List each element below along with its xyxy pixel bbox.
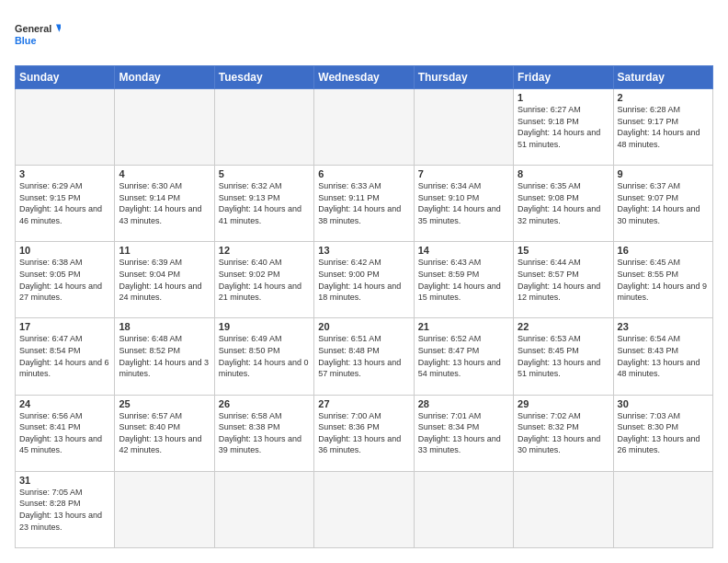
calendar-day-cell: 31Sunrise: 7:05 AM Sunset: 8:28 PM Dayli… [16,471,115,547]
day-info: Sunrise: 6:28 AM Sunset: 9:17 PM Dayligh… [618,104,709,150]
calendar-day-cell: 4Sunrise: 6:30 AM Sunset: 9:14 PM Daylig… [115,166,214,242]
day-number: 2 [618,92,709,103]
day-number: 3 [19,168,110,179]
day-info: Sunrise: 6:52 AM Sunset: 8:47 PM Dayligh… [418,333,509,379]
calendar-day-cell [115,471,214,547]
day-number: 25 [119,398,210,409]
day-info: Sunrise: 6:43 AM Sunset: 8:59 PM Dayligh… [418,257,509,303]
calendar-day-cell: 17Sunrise: 6:47 AM Sunset: 8:54 PM Dayli… [16,318,115,395]
calendar-header-cell: Friday [514,66,613,89]
calendar-day-cell: 2Sunrise: 6:28 AM Sunset: 9:17 PM Daylig… [613,89,712,166]
day-number: 29 [518,398,609,409]
calendar-day-cell: 7Sunrise: 6:34 AM Sunset: 9:10 PM Daylig… [414,166,513,242]
day-info: Sunrise: 6:35 AM Sunset: 9:08 PM Dayligh… [518,180,609,226]
calendar-day-cell [514,471,613,547]
day-info: Sunrise: 6:37 AM Sunset: 9:07 PM Dayligh… [618,180,709,226]
day-number: 9 [618,168,709,179]
calendar-day-cell: 6Sunrise: 6:33 AM Sunset: 9:11 PM Daylig… [314,166,414,242]
day-number: 18 [119,321,210,332]
day-info: Sunrise: 6:53 AM Sunset: 8:45 PM Dayligh… [518,333,609,379]
calendar-day-cell [314,471,414,547]
calendar-day-cell: 21Sunrise: 6:52 AM Sunset: 8:47 PM Dayli… [414,318,513,395]
calendar-day-cell: 28Sunrise: 7:01 AM Sunset: 8:34 PM Dayli… [414,395,513,471]
calendar-day-cell [115,89,214,166]
day-number: 31 [19,475,110,486]
calendar-day-cell: 12Sunrise: 6:40 AM Sunset: 9:02 PM Dayli… [214,242,313,318]
calendar-week-row: 1Sunrise: 6:27 AM Sunset: 9:18 PM Daylig… [16,89,713,166]
calendar-day-cell: 25Sunrise: 6:57 AM Sunset: 8:40 PM Dayli… [115,395,214,471]
day-info: Sunrise: 7:02 AM Sunset: 8:32 PM Dayligh… [518,410,609,456]
calendar-header-cell: Monday [115,66,214,89]
svg-marker-2 [56,24,61,31]
calendar-day-cell: 29Sunrise: 7:02 AM Sunset: 8:32 PM Dayli… [514,395,613,471]
svg-text:General: General [15,23,51,34]
day-number: 27 [318,398,409,409]
day-number: 20 [318,321,409,332]
calendar-header-cell: Thursday [414,66,513,89]
day-info: Sunrise: 6:40 AM Sunset: 9:02 PM Dayligh… [219,257,310,303]
calendar-day-cell: 27Sunrise: 7:00 AM Sunset: 8:36 PM Dayli… [314,395,414,471]
calendar-day-cell: 16Sunrise: 6:45 AM Sunset: 8:55 PM Dayli… [613,242,712,318]
day-number: 17 [19,321,110,332]
header: General Blue [15,15,713,56]
calendar-header-cell: Tuesday [214,66,313,89]
calendar-day-cell [613,471,712,547]
day-info: Sunrise: 6:34 AM Sunset: 9:10 PM Dayligh… [418,180,509,226]
calendar-day-cell: 19Sunrise: 6:49 AM Sunset: 8:50 PM Dayli… [214,318,313,395]
day-info: Sunrise: 6:32 AM Sunset: 9:13 PM Dayligh… [219,180,310,226]
page: General Blue SundayMondayTuesdayWednesda… [0,0,728,563]
calendar-day-cell: 5Sunrise: 6:32 AM Sunset: 9:13 PM Daylig… [214,166,313,242]
day-info: Sunrise: 6:29 AM Sunset: 9:15 PM Dayligh… [19,180,110,226]
day-info: Sunrise: 6:38 AM Sunset: 9:05 PM Dayligh… [19,257,110,303]
calendar-day-cell: 13Sunrise: 6:42 AM Sunset: 9:00 PM Dayli… [314,242,414,318]
day-number: 5 [219,168,310,179]
day-number: 13 [318,245,409,256]
day-number: 14 [418,245,509,256]
day-info: Sunrise: 6:27 AM Sunset: 9:18 PM Dayligh… [518,104,609,150]
day-info: Sunrise: 6:58 AM Sunset: 8:38 PM Dayligh… [219,410,310,456]
day-info: Sunrise: 6:49 AM Sunset: 8:50 PM Dayligh… [219,333,310,379]
day-info: Sunrise: 6:57 AM Sunset: 8:40 PM Dayligh… [119,410,210,456]
day-number: 28 [418,398,509,409]
day-number: 30 [618,398,709,409]
day-number: 16 [618,245,709,256]
day-number: 24 [19,398,110,409]
day-info: Sunrise: 7:00 AM Sunset: 8:36 PM Dayligh… [318,410,409,456]
calendar-day-cell [214,89,313,166]
logo: General Blue [15,15,61,56]
day-number: 10 [19,245,110,256]
day-number: 6 [318,168,409,179]
calendar-week-row: 17Sunrise: 6:47 AM Sunset: 8:54 PM Dayli… [16,318,713,395]
calendar-day-cell: 8Sunrise: 6:35 AM Sunset: 9:08 PM Daylig… [514,166,613,242]
calendar-day-cell: 20Sunrise: 6:51 AM Sunset: 8:48 PM Dayli… [314,318,414,395]
day-info: Sunrise: 7:01 AM Sunset: 8:34 PM Dayligh… [418,410,509,456]
logo-svg: General Blue [15,15,61,56]
calendar-week-row: 3Sunrise: 6:29 AM Sunset: 9:15 PM Daylig… [16,166,713,242]
day-info: Sunrise: 6:48 AM Sunset: 8:52 PM Dayligh… [119,333,210,379]
day-info: Sunrise: 6:42 AM Sunset: 9:00 PM Dayligh… [318,257,409,303]
calendar-day-cell [16,89,115,166]
calendar-week-row: 31Sunrise: 7:05 AM Sunset: 8:28 PM Dayli… [16,471,713,547]
calendar-day-cell: 14Sunrise: 6:43 AM Sunset: 8:59 PM Dayli… [414,242,513,318]
calendar-header-cell: Saturday [613,66,712,89]
calendar-day-cell: 22Sunrise: 6:53 AM Sunset: 8:45 PM Dayli… [514,318,613,395]
day-info: Sunrise: 6:39 AM Sunset: 9:04 PM Dayligh… [119,257,210,303]
day-number: 12 [219,245,310,256]
day-number: 11 [119,245,210,256]
day-info: Sunrise: 6:51 AM Sunset: 8:48 PM Dayligh… [318,333,409,379]
day-number: 1 [518,92,609,103]
day-info: Sunrise: 6:44 AM Sunset: 8:57 PM Dayligh… [518,257,609,303]
calendar-day-cell: 15Sunrise: 6:44 AM Sunset: 8:57 PM Dayli… [514,242,613,318]
day-info: Sunrise: 6:54 AM Sunset: 8:43 PM Dayligh… [618,333,709,379]
day-number: 19 [219,321,310,332]
calendar-day-cell: 18Sunrise: 6:48 AM Sunset: 8:52 PM Dayli… [115,318,214,395]
day-number: 26 [219,398,310,409]
day-info: Sunrise: 6:30 AM Sunset: 9:14 PM Dayligh… [119,180,210,226]
calendar-day-cell: 3Sunrise: 6:29 AM Sunset: 9:15 PM Daylig… [16,166,115,242]
calendar-day-cell [414,89,513,166]
day-info: Sunrise: 7:05 AM Sunset: 8:28 PM Dayligh… [19,487,110,533]
calendar-week-row: 10Sunrise: 6:38 AM Sunset: 9:05 PM Dayli… [16,242,713,318]
day-info: Sunrise: 7:03 AM Sunset: 8:30 PM Dayligh… [618,410,709,456]
day-info: Sunrise: 6:33 AM Sunset: 9:11 PM Dayligh… [318,180,409,226]
day-number: 22 [518,321,609,332]
